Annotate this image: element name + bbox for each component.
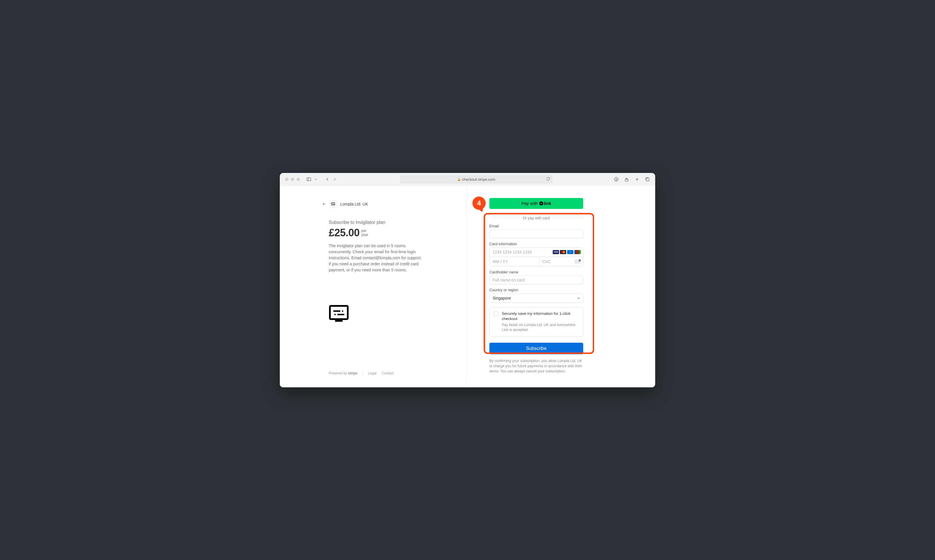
cardholder-label: Cardholder name bbox=[489, 270, 583, 274]
merchant-logo bbox=[329, 200, 337, 208]
product-summary-panel: Lompla Ltd. UK Subscribe to Invigilator … bbox=[280, 186, 466, 387]
footer-legal-link[interactable]: Legal bbox=[368, 371, 376, 375]
card-form: Email Card information VISA ≡ bbox=[489, 224, 583, 354]
maximize-window-icon[interactable] bbox=[297, 178, 300, 181]
link-arrow-icon: ➜ bbox=[539, 202, 543, 205]
browser-window: 🔒 checkout.stripe.com Lompla Ltd. UK Sub… bbox=[280, 173, 655, 387]
share-icon[interactable] bbox=[624, 177, 629, 182]
save-info-title: Securely save my information for 1-click… bbox=[502, 311, 579, 322]
link-logo: ➜ link bbox=[539, 201, 551, 206]
save-info-subtitle: Pay faster on Lompla Ltd. UK and everywh… bbox=[502, 323, 579, 333]
mastercard-icon bbox=[560, 250, 566, 254]
browser-toolbar: 🔒 checkout.stripe.com bbox=[280, 173, 655, 186]
product-image-icon bbox=[329, 305, 349, 323]
svg-rect-8 bbox=[646, 178, 649, 181]
amex-icon: ≡ bbox=[567, 250, 573, 254]
payment-panel: 4 Pay with ➜ link Or pay with card Email… bbox=[466, 186, 655, 387]
product-description: The invigilator plan can be used in 5 ro… bbox=[329, 243, 424, 273]
sidebar-toggle-icon[interactable] bbox=[305, 176, 313, 183]
address-bar[interactable]: 🔒 checkout.stripe.com bbox=[400, 175, 552, 183]
jcb-icon bbox=[574, 250, 581, 254]
chevron-down-icon[interactable] bbox=[312, 176, 320, 183]
card-brand-icons: VISA ≡ bbox=[553, 250, 581, 254]
powered-by: Powered by stripe bbox=[329, 371, 357, 375]
product-image-wrap bbox=[329, 273, 449, 362]
price-row: £25.00 per year bbox=[329, 227, 449, 239]
subscribe-heading: Subscribe to Invigilator plan bbox=[329, 220, 449, 225]
merchant-header[interactable]: Lompla Ltd. UK bbox=[322, 200, 449, 208]
pay-with-link-button[interactable]: Pay with ➜ link bbox=[489, 198, 583, 209]
card-group: VISA ≡ bbox=[489, 248, 583, 266]
stripe-logo: stripe bbox=[348, 371, 357, 375]
cvc-hint-icon bbox=[575, 260, 581, 263]
nav-arrows bbox=[323, 176, 339, 183]
footer: Powered by stripe Legal Contact bbox=[329, 362, 449, 376]
svg-point-18 bbox=[334, 314, 336, 315]
save-info-box: Securely save my information for 1-click… bbox=[489, 307, 583, 336]
country-select[interactable]: Singapore bbox=[489, 294, 583, 303]
page-content: Lompla Ltd. UK Subscribe to Invigilator … bbox=[280, 186, 655, 387]
email-label: Email bbox=[489, 224, 583, 228]
country-label: Country or region bbox=[489, 288, 583, 292]
email-input[interactable] bbox=[489, 230, 583, 238]
footer-contact-link[interactable]: Contact bbox=[382, 371, 394, 375]
toolbar-right bbox=[614, 177, 650, 182]
minimize-window-icon[interactable] bbox=[291, 178, 294, 181]
close-window-icon[interactable] bbox=[285, 178, 288, 181]
back-button[interactable] bbox=[323, 176, 331, 183]
price-interval: per year bbox=[361, 229, 368, 237]
svg-rect-14 bbox=[335, 319, 343, 322]
new-tab-icon[interactable] bbox=[635, 177, 640, 182]
separator-icon bbox=[362, 371, 363, 376]
forward-button[interactable] bbox=[331, 176, 339, 183]
annotation-step-badge: 4 bbox=[472, 197, 486, 210]
tabs-overview-icon[interactable] bbox=[645, 177, 650, 182]
subscribe-button[interactable]: Subscribe bbox=[489, 343, 583, 354]
window-controls bbox=[285, 178, 300, 181]
subscription-disclaimer: By confirming your subscription, you all… bbox=[489, 358, 583, 374]
downloads-icon[interactable] bbox=[614, 177, 619, 182]
svg-rect-0 bbox=[307, 178, 311, 181]
svg-point-16 bbox=[342, 310, 344, 312]
cardholder-name-input[interactable] bbox=[489, 276, 583, 284]
price-amount: £25.00 bbox=[329, 227, 360, 239]
card-info-label: Card information bbox=[489, 242, 583, 246]
divider-text: Or pay with card bbox=[520, 216, 553, 220]
refresh-icon[interactable] bbox=[546, 177, 550, 182]
merchant-name: Lompla Ltd. UK bbox=[340, 202, 368, 206]
svg-rect-13 bbox=[330, 306, 348, 319]
visa-icon: VISA bbox=[553, 250, 559, 254]
url-text: checkout.stripe.com bbox=[462, 177, 495, 182]
card-expiry-input[interactable] bbox=[490, 257, 539, 266]
save-info-checkbox[interactable] bbox=[494, 311, 498, 316]
back-arrow-icon bbox=[322, 202, 326, 206]
lock-icon: 🔒 bbox=[457, 178, 461, 181]
payment-divider: Or pay with card bbox=[489, 215, 583, 220]
